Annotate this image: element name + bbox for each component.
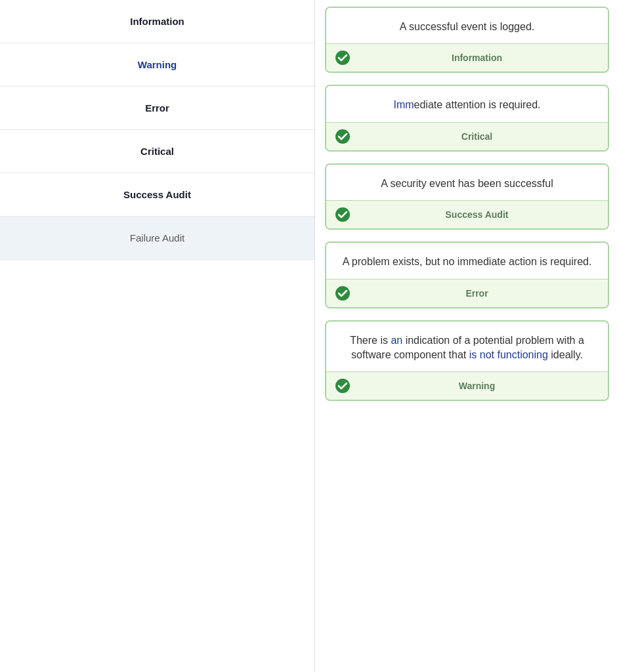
sidebar-item-information[interactable]: Information [0, 0, 314, 43]
check-icon [335, 379, 350, 393]
sidebar-item-critical[interactable]: Critical [0, 130, 314, 173]
sidebar-item-label: Success Audit [123, 189, 191, 200]
card-footer-error: Error [326, 279, 608, 307]
card-description-warning: There is an indication of a potential pr… [326, 322, 608, 372]
information-card: A successful event is logged. Informatio… [325, 7, 609, 73]
check-icon [335, 129, 350, 144]
card-description-information: A successful event is logged. [326, 8, 608, 43]
card-label-warning: Warning [355, 381, 599, 391]
card-footer-critical: Critical [326, 122, 608, 150]
card-label-success-audit: Success Audit [355, 209, 599, 220]
svg-point-3 [335, 286, 350, 301]
card-description-critical: Immediate attention is required. [326, 86, 608, 121]
sidebar-item-label: Error [145, 102, 169, 114]
svg-point-2 [335, 207, 350, 222]
svg-point-1 [335, 129, 350, 144]
sidebar-item-label: Failure Audit [130, 232, 184, 243]
card-label-information: Information [355, 52, 599, 63]
check-icon [335, 286, 350, 301]
sidebar-item-success-audit[interactable]: Success Audit [0, 173, 314, 217]
card-footer-success-audit: Success Audit [326, 200, 608, 228]
critical-card: Immediate attention is required. Critica… [325, 85, 609, 151]
card-description-error: A problem exists, but no immediate actio… [326, 243, 608, 278]
svg-point-4 [335, 379, 350, 393]
check-icon [335, 51, 350, 65]
check-icon [335, 207, 350, 222]
success-audit-card: A security event has been successful Suc… [325, 163, 609, 230]
right-panel: A successful event is logged. Informatio… [315, 0, 619, 672]
card-footer-information: Information [326, 43, 608, 72]
svg-point-0 [335, 51, 350, 65]
error-card: A problem exists, but no immediate actio… [325, 242, 609, 308]
sidebar-item-failure-audit[interactable]: Failure Audit [0, 217, 314, 260]
sidebar-item-warning[interactable]: Warning [0, 43, 314, 87]
card-footer-warning: Warning [326, 371, 608, 400]
warning-card: There is an indication of a potential pr… [325, 320, 609, 402]
sidebar-item-label: Warning [138, 59, 177, 70]
left-panel: Information Warning Error Critical Succe… [0, 0, 315, 672]
sidebar-item-label: Critical [140, 146, 174, 157]
card-label-critical: Critical [355, 131, 599, 142]
card-description-success-audit: A security event has been successful [326, 165, 608, 200]
sidebar-item-label: Information [130, 16, 184, 27]
card-label-error: Error [355, 288, 599, 299]
sidebar-item-error[interactable]: Error [0, 87, 314, 130]
